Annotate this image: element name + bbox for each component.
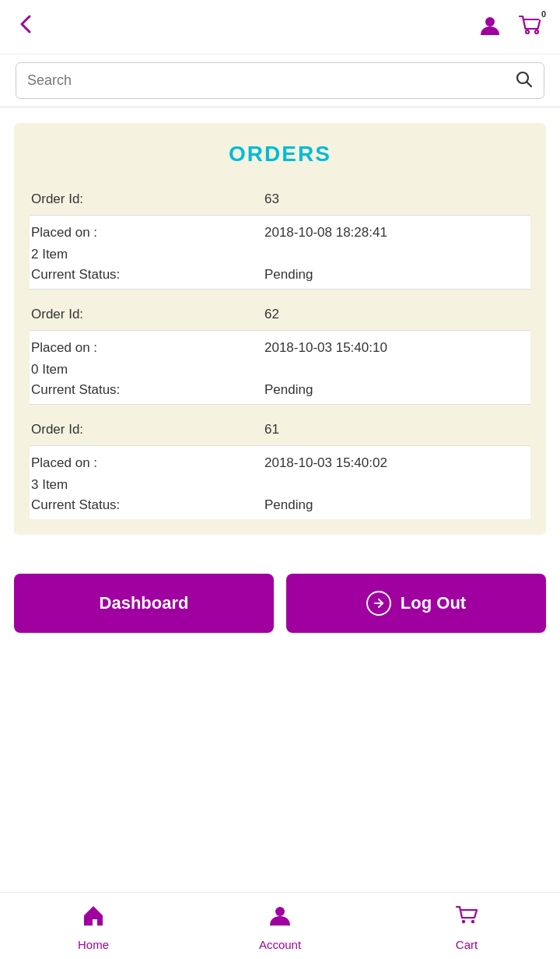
order-id-row-61: Order Id: 61 <box>30 413 530 446</box>
order-body-62: Placed on : 2018-10-03 15:40:10 0 Item C… <box>30 331 530 405</box>
order-id-value-62: 62 <box>264 307 279 322</box>
placed-value-63: 2018-10-08 18:28:41 <box>264 225 387 241</box>
status-label-63: Current Status: <box>31 267 264 283</box>
item-count-62: 0 Item <box>31 360 529 382</box>
cart-nav-icon <box>453 902 480 935</box>
search-bar <box>0 54 560 107</box>
order-body-61: Placed on : 2018-10-03 15:40:02 3 Item C… <box>30 446 530 519</box>
search-button[interactable] <box>514 69 533 92</box>
header-left <box>16 13 45 40</box>
placed-label-61: Placed on : <box>31 455 264 471</box>
status-value-61: Pending <box>264 497 313 513</box>
cart-label: Cart <box>456 938 478 951</box>
back-button[interactable] <box>16 13 45 40</box>
search-inner <box>16 62 544 99</box>
item-count-61: 3 Item <box>31 476 529 497</box>
order-id-value-63: 63 <box>264 191 279 207</box>
item-count-63: 2 Item <box>31 245 529 267</box>
cart-button[interactable]: 0 <box>516 12 544 42</box>
svg-point-1 <box>526 30 529 33</box>
placed-value-61: 2018-10-03 15:40:02 <box>264 455 387 471</box>
svg-line-4 <box>527 83 532 87</box>
nav-home[interactable]: Home <box>0 902 187 951</box>
svg-point-8 <box>471 920 474 923</box>
status-value-62: Pending <box>264 382 313 398</box>
dashboard-button[interactable]: Dashboard <box>14 574 274 633</box>
profile-button[interactable] <box>478 13 502 40</box>
order-item-63: Order Id: 63 Placed on : 2018-10-08 18:2… <box>30 182 530 290</box>
header-right: 0 <box>478 12 544 42</box>
logout-icon <box>366 591 391 616</box>
logout-button[interactable]: Log Out <box>286 574 546 633</box>
order-item-61: Order Id: 61 Placed on : 2018-10-03 15:4… <box>30 413 530 519</box>
bottom-nav: Home Account Cart <box>0 892 560 959</box>
svg-point-0 <box>485 17 495 26</box>
orders-title: ORDERS <box>30 142 530 167</box>
order-id-row-63: Order Id: 63 <box>30 182 530 216</box>
order-id-value-61: 61 <box>264 422 279 437</box>
placed-value-62: 2018-10-03 15:40:10 <box>264 340 387 356</box>
order-id-row-62: Order Id: 62 <box>30 297 530 331</box>
placed-label-62: Placed on : <box>31 340 264 356</box>
order-id-label-62: Order Id: <box>31 307 264 322</box>
svg-point-2 <box>535 30 538 33</box>
action-buttons: Dashboard Log Out <box>0 550 560 648</box>
order-id-label-61: Order Id: <box>31 422 264 437</box>
account-label: Account <box>259 938 301 951</box>
orders-container: ORDERS Order Id: 63 Placed on : 2018-10-… <box>14 123 546 535</box>
home-icon <box>80 902 107 935</box>
logout-label: Log Out <box>401 593 466 613</box>
status-value-63: Pending <box>264 267 313 283</box>
placed-label-63: Placed on : <box>31 225 264 241</box>
svg-point-6 <box>275 907 285 916</box>
status-label-62: Current Status: <box>31 382 264 398</box>
header: 0 <box>0 0 560 54</box>
search-input[interactable] <box>27 72 514 89</box>
nav-account[interactable]: Account <box>187 902 373 951</box>
svg-point-7 <box>462 920 465 923</box>
cart-badge: 0 <box>537 7 551 21</box>
nav-cart[interactable]: Cart <box>373 902 560 951</box>
order-item-62: Order Id: 62 Placed on : 2018-10-03 15:4… <box>30 297 530 405</box>
status-label-61: Current Status: <box>31 497 264 513</box>
home-label: Home <box>78 938 109 951</box>
order-id-label-63: Order Id: <box>31 191 264 207</box>
order-body-63: Placed on : 2018-10-08 18:28:41 2 Item C… <box>30 216 530 290</box>
account-icon <box>267 902 293 935</box>
